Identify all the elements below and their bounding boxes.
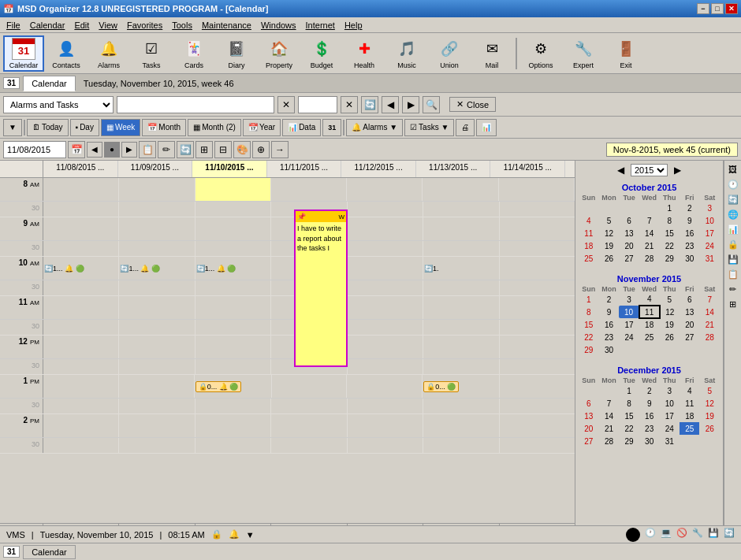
cell-130-fri[interactable] bbox=[423, 399, 499, 414]
dec-day[interactable]: 11 bbox=[680, 397, 699, 410]
clear-secondary-button[interactable]: ✕ bbox=[341, 96, 358, 113]
week-view-button[interactable]: ▦ Week bbox=[101, 119, 140, 136]
cell-8am-thu[interactable] bbox=[347, 178, 423, 201]
cell-8am-fri[interactable] bbox=[423, 178, 498, 201]
bottom-calendar-tab[interactable]: Calendar bbox=[23, 545, 76, 559]
cell-1230-tue[interactable] bbox=[195, 359, 271, 374]
sticky-note-event[interactable]: 📌 W I have to write a report about the t… bbox=[294, 210, 348, 367]
dec-day[interactable]: 27 bbox=[579, 435, 599, 447]
dec-day[interactable]: 12 bbox=[699, 397, 720, 410]
oct-day[interactable]: 3 bbox=[699, 202, 720, 214]
dec-day[interactable]: 19 bbox=[699, 410, 720, 422]
toolbar-cards-button[interactable]: 🃏 Cards bbox=[173, 35, 214, 72]
cell-11am-sat[interactable] bbox=[500, 296, 575, 319]
cell-230-sun[interactable] bbox=[43, 438, 119, 453]
dec-day[interactable]: 28 bbox=[599, 435, 620, 447]
next-day-button[interactable]: ▶ bbox=[121, 142, 137, 158]
nov-day[interactable]: 30 bbox=[599, 343, 620, 356]
event-10am-tue[interactable]: 🔄1... 🔔 🟢 bbox=[196, 265, 236, 273]
nov-day[interactable]: 7 bbox=[699, 293, 720, 306]
cell-130-wed[interactable] bbox=[271, 399, 347, 414]
toolbar-tasks-button[interactable]: ☑ Tasks bbox=[131, 35, 172, 72]
oct-day[interactable]: 1 bbox=[660, 202, 680, 214]
oct-day[interactable]: 11 bbox=[579, 227, 599, 239]
cell-10am-sun[interactable]: 🔄1... 🔔 🟢 bbox=[43, 257, 119, 280]
view-selector-button[interactable]: ▼ bbox=[3, 119, 22, 136]
filter-input[interactable] bbox=[117, 96, 274, 113]
nov-day[interactable]: 14 bbox=[699, 306, 720, 318]
strip-icon-6[interactable]: 🔒 bbox=[726, 237, 740, 251]
cell-1pm-wed[interactable] bbox=[272, 375, 348, 398]
dec-day[interactable]: 17 bbox=[660, 410, 680, 422]
dec-day[interactable]: 31 bbox=[660, 435, 680, 447]
cell-130-tue[interactable] bbox=[195, 399, 271, 414]
refresh-button[interactable]: 🔄 bbox=[361, 96, 378, 113]
oct-day[interactable]: 20 bbox=[619, 239, 639, 252]
tasks-view-button[interactable]: ☑ Tasks ▼ bbox=[404, 119, 454, 136]
cell-12pm-fri[interactable] bbox=[423, 336, 499, 358]
strip-icon-7[interactable]: 💾 bbox=[726, 252, 740, 266]
cell-8am-wed[interactable] bbox=[271, 178, 347, 201]
oct-day[interactable]: 27 bbox=[619, 252, 639, 265]
status-icon-clock[interactable]: 🕐 bbox=[645, 528, 656, 542]
clear-filter-button[interactable]: ✕ bbox=[277, 96, 295, 113]
nov-day[interactable]: 19 bbox=[660, 318, 680, 331]
nov-day[interactable]: 26 bbox=[660, 331, 680, 343]
toolbar-alarms-button[interactable]: 🔔 Alarms bbox=[88, 35, 129, 72]
cell-830-mon[interactable] bbox=[119, 202, 195, 217]
menu-calendar[interactable]: Calendar bbox=[25, 19, 70, 32]
oct-day[interactable]: 8 bbox=[660, 214, 680, 227]
cell-830-sat[interactable] bbox=[500, 202, 575, 217]
date-input[interactable] bbox=[3, 141, 66, 158]
year-view-button[interactable]: 📆 Year bbox=[243, 119, 281, 136]
dec-day[interactable]: 10 bbox=[660, 397, 680, 410]
status-icon-dropdown[interactable]: ▼ bbox=[246, 530, 255, 540]
strip-icon-10[interactable]: ⊞ bbox=[726, 297, 740, 311]
cell-8am-mon[interactable] bbox=[119, 178, 195, 201]
oct-day[interactable]: 24 bbox=[699, 239, 720, 252]
cell-230-thu[interactable] bbox=[348, 438, 423, 453]
cell-2pm-sun[interactable] bbox=[43, 414, 119, 437]
oct-day[interactable]: 22 bbox=[660, 239, 680, 252]
cell-930-fri[interactable] bbox=[423, 241, 499, 256]
oct-day[interactable] bbox=[619, 202, 639, 214]
cell-11am-mon[interactable] bbox=[119, 296, 195, 319]
oct-day[interactable]: 7 bbox=[639, 214, 660, 227]
cell-130-sun[interactable] bbox=[43, 399, 119, 414]
dec-day[interactable]: 23 bbox=[639, 422, 660, 435]
oct-day[interactable]: 26 bbox=[599, 252, 620, 265]
dec-day[interactable]: 6 bbox=[579, 397, 599, 410]
nov-day[interactable]: 16 bbox=[599, 318, 620, 331]
oct-day[interactable]: 5 bbox=[599, 214, 620, 227]
toolbar-music-button[interactable]: 🎵 Music bbox=[386, 35, 427, 72]
cell-830-tue[interactable] bbox=[195, 202, 271, 217]
cell-12pm-tue[interactable] bbox=[195, 336, 271, 358]
nov-day[interactable]: 9 bbox=[599, 306, 620, 318]
strip-icon-2[interactable]: 🕐 bbox=[726, 177, 740, 191]
oct-day[interactable] bbox=[599, 202, 620, 214]
cell-1030-mon[interactable] bbox=[119, 280, 195, 295]
color-button[interactable]: 🎨 bbox=[233, 141, 251, 158]
oct-day[interactable]: 14 bbox=[639, 227, 660, 239]
cell-230-mon[interactable] bbox=[119, 438, 195, 453]
nov-day[interactable]: 8 bbox=[579, 306, 599, 318]
print-button[interactable]: 🖨 bbox=[456, 119, 475, 136]
cell-930-sun[interactable] bbox=[43, 241, 119, 256]
dec-day[interactable]: 9 bbox=[639, 397, 660, 410]
oct-day[interactable]: 28 bbox=[639, 252, 660, 265]
cell-230-wed[interactable] bbox=[271, 438, 347, 453]
nov-day[interactable]: 24 bbox=[619, 331, 639, 343]
menu-help[interactable]: Help bbox=[340, 19, 367, 32]
nov-day[interactable]: 13 bbox=[680, 306, 699, 318]
status-icon-cancel[interactable]: 🚫 bbox=[676, 528, 687, 542]
cell-130-thu[interactable] bbox=[348, 399, 423, 414]
cell-9am-fri[interactable] bbox=[423, 217, 499, 240]
dec-day[interactable]: 8 bbox=[619, 397, 639, 410]
cell-12pm-mon[interactable] bbox=[119, 336, 195, 358]
nov-day[interactable]: 15 bbox=[579, 318, 599, 331]
cell-2pm-mon[interactable] bbox=[119, 414, 195, 437]
oct-day[interactable]: 12 bbox=[599, 227, 620, 239]
nov-day-today[interactable]: 10 bbox=[619, 306, 639, 318]
cell-11am-fri[interactable] bbox=[423, 296, 499, 319]
nov-day[interactable]: 25 bbox=[639, 331, 660, 343]
